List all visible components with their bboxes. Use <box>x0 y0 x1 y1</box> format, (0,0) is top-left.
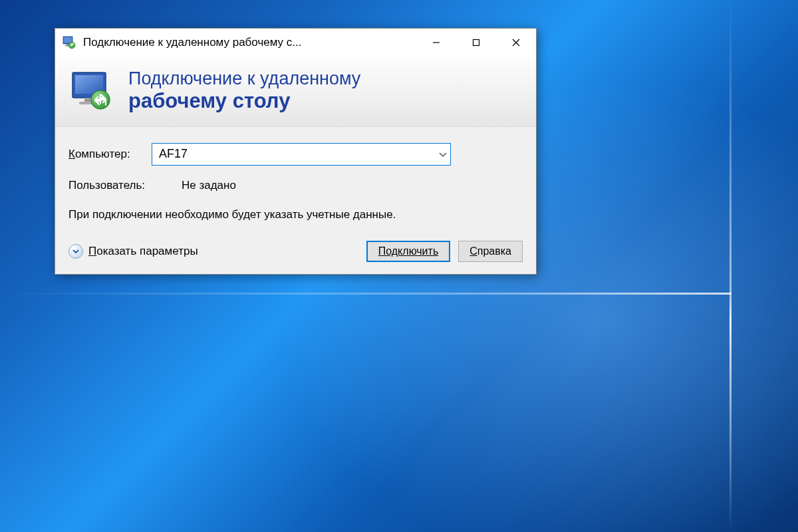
banner-text: Подключение к удаленному рабочему столу <box>128 68 360 113</box>
user-row: Пользователь: Не задано <box>68 179 523 192</box>
computer-label: Компьютер: <box>68 148 152 161</box>
expand-down-icon <box>68 244 83 259</box>
close-button[interactable] <box>496 29 536 57</box>
minimize-button[interactable] <box>416 29 456 57</box>
header-banner: Подключение к удаленному рабочему столу <box>55 57 536 127</box>
light-streak <box>730 0 732 532</box>
window-title: Подключение к удаленному рабочему с... <box>83 36 416 49</box>
rdp-titlebar-icon <box>62 35 76 50</box>
light-streak-horizontal <box>0 293 732 295</box>
show-options-label: Показать параметры <box>88 245 198 258</box>
banner-line1: Подключение к удаленному <box>128 68 360 89</box>
user-value: Не задано <box>182 179 236 192</box>
svg-rect-6 <box>473 40 479 46</box>
rdp-window: Подключение к удаленному рабочему с... <box>55 28 537 275</box>
user-label: Пользователь: <box>68 179 182 192</box>
computer-row: Компьютер: <box>68 143 523 166</box>
content-area: Компьютер: Пользователь: Не задано При п… <box>55 127 536 275</box>
banner-line2: рабочему столу <box>128 89 360 113</box>
svg-rect-1 <box>64 37 72 43</box>
window-controls <box>416 29 536 57</box>
credentials-info: При подключении необходимо будет указать… <box>68 207 523 223</box>
maximize-button[interactable] <box>456 29 496 57</box>
rdp-banner-icon <box>68 70 115 111</box>
button-group: Подключить Справка <box>366 241 523 262</box>
help-button[interactable]: Справка <box>458 241 523 262</box>
titlebar[interactable]: Подключение к удаленному рабочему с... <box>55 29 536 57</box>
show-options-toggle[interactable]: Показать параметры <box>68 244 198 259</box>
computer-combo[interactable] <box>152 143 451 166</box>
connect-button[interactable]: Подключить <box>366 241 450 262</box>
computer-input[interactable] <box>152 143 451 166</box>
footer-row: Показать параметры Подключить Справка <box>68 241 523 262</box>
